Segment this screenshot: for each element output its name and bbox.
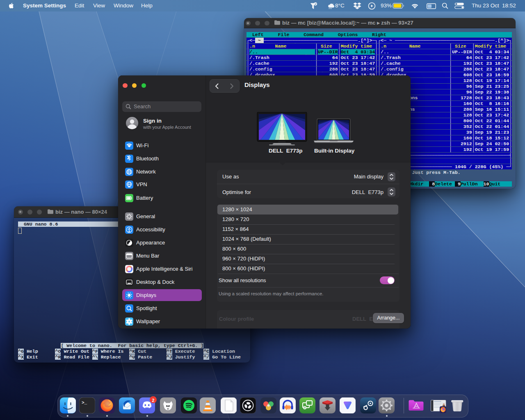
svg-text:>_: >_ [82, 400, 87, 405]
